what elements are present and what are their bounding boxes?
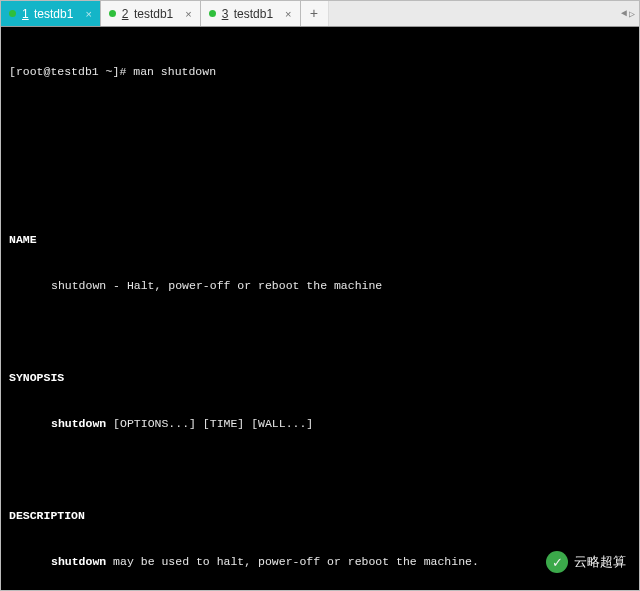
status-dot-icon	[109, 10, 116, 17]
tab-scroll-right-icon[interactable]: ▷	[629, 8, 635, 20]
tab-label: testdb1	[34, 7, 73, 21]
shell-prompt: [root@testdb1 ~]#	[9, 65, 133, 78]
tab-label: testdb1	[134, 7, 173, 21]
tab-number: 1	[22, 7, 29, 21]
synopsis-cmd: shutdown	[51, 417, 106, 430]
terminal-output[interactable]: [root@testdb1 ~]# man shutdown NAME shut…	[1, 27, 639, 590]
tab-bar: 1 testdb1 × 2 testdb1 × 3 testdb1 × + ◄ …	[1, 1, 639, 27]
tab-label: testdb1	[234, 7, 273, 21]
watermark-text: 云略超算	[574, 553, 626, 571]
section-name: NAME	[9, 232, 631, 248]
tab-2[interactable]: 2 testdb1 ×	[101, 1, 201, 26]
section-synopsis: SYNOPSIS	[9, 370, 631, 386]
name-line: shutdown - Halt, power-off or reboot the…	[9, 278, 631, 294]
wechat-icon: ✓	[546, 551, 568, 573]
close-icon[interactable]: ×	[185, 8, 191, 20]
status-dot-icon	[9, 10, 16, 17]
synopsis-args: [OPTIONS...] [TIME] [WALL...]	[106, 417, 313, 430]
watermark: ✓ 云略超算	[546, 551, 626, 573]
close-icon[interactable]: ×	[85, 8, 91, 20]
terminal-window: 1 testdb1 × 2 testdb1 × 3 testdb1 × + ◄ …	[0, 0, 640, 591]
tab-3[interactable]: 3 testdb1 ×	[201, 1, 301, 26]
desc-line1: may be used to halt, power-off or reboot…	[106, 555, 479, 568]
man-page: NAME shutdown - Halt, power-off or reboo…	[9, 201, 631, 590]
tab-number: 2	[122, 7, 129, 21]
status-dot-icon	[209, 10, 216, 17]
desc-cmd: shutdown	[51, 555, 106, 568]
tab-scroll-left-icon[interactable]: ◄	[621, 8, 627, 19]
section-description: DESCRIPTION	[9, 508, 631, 524]
tab-number: 3	[222, 7, 229, 21]
close-icon[interactable]: ×	[285, 8, 291, 20]
new-tab-button[interactable]: +	[301, 1, 329, 26]
tab-1[interactable]: 1 testdb1 ×	[1, 1, 101, 26]
command-text: man shutdown	[133, 65, 216, 78]
